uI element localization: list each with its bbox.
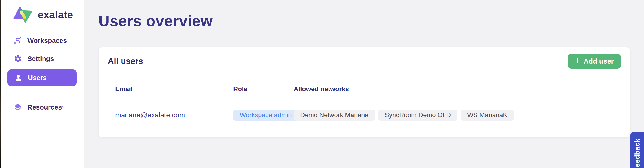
allowed-networks-cell: Demo Network Mariana SyncRoom Demo OLD W… <box>294 110 621 121</box>
sidebar-nav: Workspaces Settings Users <box>0 25 84 115</box>
sidebar: exalate Workspaces Settings <box>0 0 84 168</box>
column-header-role: Role <box>233 85 294 93</box>
user-email: mariana@exalate.com <box>115 111 233 119</box>
sidebar-item-label: Workspaces <box>28 37 67 44</box>
gear-icon <box>14 54 22 63</box>
brand-name: exalate <box>38 10 73 20</box>
network-badge: WS MarianaK <box>461 110 514 121</box>
brand-logo[interactable]: exalate <box>0 0 84 25</box>
chevron-down-icon[interactable] <box>58 104 64 111</box>
add-user-label: Add user <box>584 57 614 65</box>
feedback-tab[interactable]: Feedback <box>630 132 644 168</box>
feedback-tab-label: Feedback <box>633 137 641 168</box>
card-title: All users <box>108 56 143 66</box>
plus-icon: + <box>575 56 580 65</box>
person-icon <box>14 73 23 82</box>
layers-icon <box>14 103 22 112</box>
table-header-row: Email Role Allowed networks <box>108 75 621 103</box>
desktop-edge-sliver <box>0 0 2 168</box>
role-badge: Workspace admin <box>233 110 298 121</box>
workflow-icon <box>14 36 22 45</box>
card-header: All users + Add user <box>98 47 630 75</box>
sidebar-item-settings[interactable]: Settings <box>0 51 84 66</box>
page-title: Users overview <box>98 12 212 30</box>
main-content: Users overview All users + Add user Emai… <box>84 0 644 168</box>
column-header-email: Email <box>115 85 233 93</box>
sidebar-item-resources[interactable]: Resources <box>0 100 77 115</box>
all-users-card: All users + Add user Email Role Allowed … <box>98 47 630 137</box>
sidebar-item-users[interactable]: Users <box>8 69 77 86</box>
sidebar-item-label: Users <box>28 74 47 82</box>
users-table: Email Role Allowed networks mariana@exal… <box>108 75 621 127</box>
column-header-allowed-networks: Allowed networks <box>294 85 621 93</box>
network-badge: SyncRoom Demo OLD <box>378 110 458 121</box>
sidebar-item-label: Settings <box>28 55 54 63</box>
sidebar-divider <box>8 90 76 91</box>
sidebar-item-workspaces[interactable]: Workspaces <box>0 33 84 48</box>
role-cell: Workspace admin <box>233 110 294 121</box>
add-user-button[interactable]: + Add user <box>568 54 621 69</box>
table-row: mariana@exalate.com Workspace admin Demo… <box>108 103 621 127</box>
sidebar-item-label: Resources <box>28 104 62 111</box>
network-badge: Demo Network Mariana <box>294 110 375 121</box>
exalate-logo-icon <box>12 5 34 24</box>
